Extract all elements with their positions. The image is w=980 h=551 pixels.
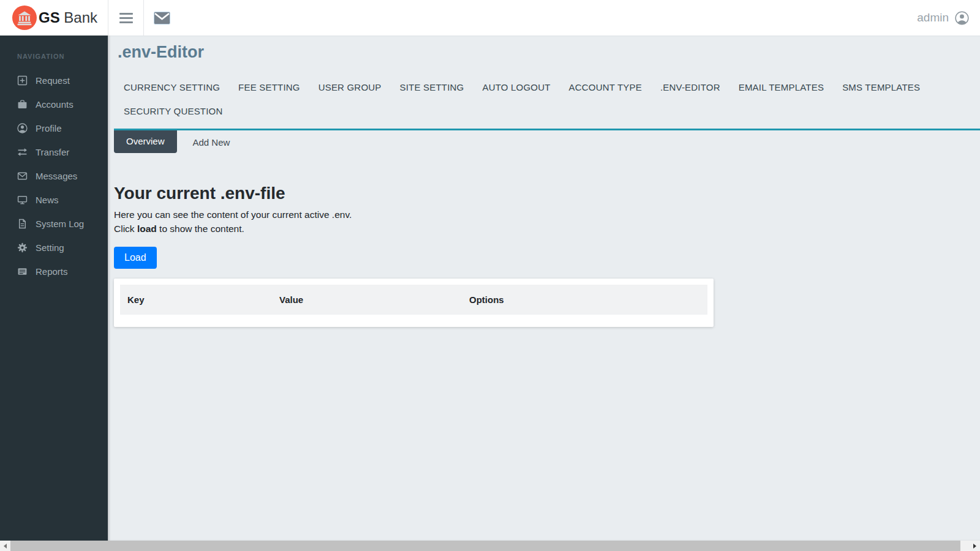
envelope-icon [17,171,28,181]
plus-square-icon [17,75,28,86]
gear-icon [17,242,28,253]
sidebar-item-messages[interactable]: Messages [0,164,108,188]
sidebar-item-label: Profile [36,123,62,133]
admin-menu[interactable]: admin [917,11,980,25]
sidebar-item-profile[interactable]: Profile [0,116,108,140]
scroll-left-button[interactable] [0,541,10,551]
scrollbar-thumb[interactable] [10,541,960,551]
column-header-value: Value [272,285,462,315]
main-content: .env-Editor CURRENCY SETTING FEE SETTING… [108,36,980,541]
sidebar-item-label: System Log [36,219,84,229]
sidebar-toggle-button[interactable] [108,0,143,36]
sidebar-item-news[interactable]: News [0,188,108,212]
tab-fee-setting[interactable]: FEE SETTING [238,75,300,99]
tab-env-editor[interactable]: .ENV-EDITOR [660,75,720,99]
section-heading: Your current .env-file [114,184,980,203]
brand-name: GS Bank [39,9,97,26]
user-icon [955,11,969,25]
transfer-arrows-icon [17,147,28,157]
scroll-right-button[interactable] [970,541,980,551]
brand-logo-area[interactable]: GS Bank [0,0,108,36]
tab-user-group[interactable]: USER GROUP [318,75,382,99]
subtab-overview[interactable]: Overview [114,130,177,153]
tab-sms-templates[interactable]: SMS TEMPLATES [842,75,920,99]
sidebar-nav: NAVIGATION Request Accounts Profile Tran… [0,36,108,541]
horizontal-scrollbar[interactable] [0,541,980,551]
table-header-row: Key Value Options [120,285,707,315]
monitor-icon [17,195,28,205]
sidebar-item-label: Transfer [36,147,69,157]
user-circle-icon [17,123,28,133]
env-file-section: Your current .env-file Here you can see … [114,184,980,327]
sidebar-item-request[interactable]: Request [0,69,108,92]
subtab-bar: Overview Add New [114,130,980,153]
sidebar-item-label: Setting [36,242,64,253]
tab-auto-logout[interactable]: AUTO LOGOUT [482,75,550,99]
sidebar-item-system-log[interactable]: System Log [0,212,108,236]
sidebar-item-accounts[interactable]: Accounts [0,92,108,116]
file-icon [17,219,28,229]
settings-tab-bar: CURRENCY SETTING FEE SETTING USER GROUP … [108,62,980,123]
sidebar-item-label: News [36,195,59,205]
scroll-right-arrow-icon [973,544,976,549]
sidebar-item-reports[interactable]: Reports [0,260,108,283]
brand-name-regular: Bank [60,9,97,26]
column-header-key: Key [120,285,272,315]
column-header-options: Options [462,285,707,315]
env-table-card: Key Value Options [114,279,714,327]
load-button[interactable]: Load [114,247,157,269]
sidebar-item-label: Request [36,75,70,86]
bank-logo-icon [12,6,37,30]
sidebar-item-label: Accounts [36,99,74,110]
admin-username: admin [917,11,949,24]
hamburger-icon [119,13,133,15]
tab-email-templates[interactable]: EMAIL TEMPLATES [739,75,824,99]
tab-currency-setting[interactable]: CURRENCY SETTING [124,75,220,99]
subtab-add-new[interactable]: Add New [182,130,241,153]
scroll-left-arrow-icon [4,544,7,549]
sidebar-item-label: Messages [36,171,77,181]
sidebar-item-setting[interactable]: Setting [0,236,108,260]
sidebar-section-label: NAVIGATION [0,48,108,69]
tab-account-type[interactable]: ACCOUNT TYPE [569,75,642,99]
sidebar-item-label: Reports [36,266,68,277]
brand-name-bold: GS [39,9,60,26]
tab-security-question[interactable]: SECURITY QUESTION [124,99,222,123]
env-table: Key Value Options [120,285,707,315]
page-title: .env-Editor [108,36,980,62]
envelope-icon [154,12,170,24]
section-description-line2: Click load to show the content. [114,224,980,234]
briefcase-icon [17,99,28,110]
section-description-line1: Here you can see the content of your cur… [114,210,980,220]
list-icon [17,266,28,277]
messages-button[interactable] [144,0,179,36]
sidebar-item-transfer[interactable]: Transfer [0,140,108,164]
tab-site-setting[interactable]: SITE SETTING [400,75,464,99]
top-header: GS Bank admin [0,0,980,36]
